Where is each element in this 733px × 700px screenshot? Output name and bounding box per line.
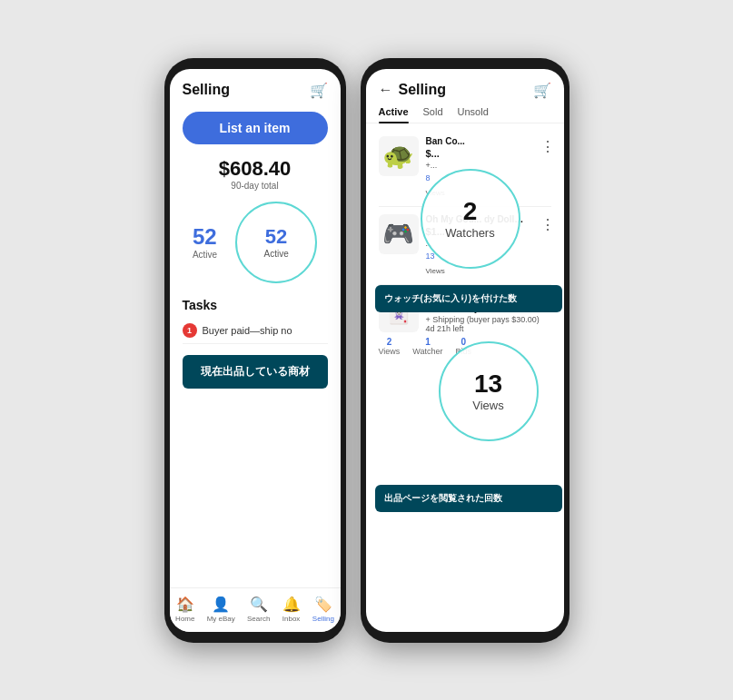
cart-icon-2[interactable]: 🛒 (533, 82, 551, 99)
selling-icon: 🏷️ (314, 596, 332, 613)
nav-myebay-label: My eBay (207, 615, 235, 623)
nav-selling[interactable]: 🏷️ Selling (312, 596, 334, 623)
task-text: Buyer paid—ship no (203, 325, 292, 336)
circle-label: Active (263, 249, 288, 259)
listing-meta-2: ... (426, 239, 551, 248)
watcher-col-3: 1 Watcher (412, 337, 442, 356)
earnings-section: $608.40 90-day total (170, 153, 341, 198)
watcher-lbl-3: Watcher (412, 347, 442, 356)
listing-name-2: Oh My God... dy Doll W/Box (426, 214, 526, 224)
phone2-screen: ← Selling 🛒 Active Sold Unsold 🐢 Ban Co.… (366, 69, 564, 632)
listing-item-3[interactable]: 🃏 Magic Knight Rayearth 1995 or $88.00 B… (366, 285, 564, 335)
listing-price-2: $1... (426, 226, 551, 237)
tabs-bar: Active Sold Unsold (366, 106, 564, 123)
listing-price-1: $... (426, 148, 551, 159)
annotation-box-1: 現在出品している商材 (183, 355, 328, 389)
listing-thumb-1: 🐢 (379, 136, 419, 176)
task-item[interactable]: 1 Buyer paid—ship no (183, 318, 328, 344)
views-label-1: Views (426, 189, 445, 197)
nav-search-label: Search (247, 615, 270, 623)
nav-inbox-label: Inbox (282, 615, 301, 623)
active-label: Active (193, 250, 217, 260)
listing-thumb-3: 🃏 (379, 292, 419, 332)
phone1-screen: Selling 🛒 List an item $608.40 90-day to… (170, 69, 341, 632)
nav-home-label: Home (175, 615, 194, 623)
search-icon: 🔍 (250, 596, 268, 613)
phone-left: Selling 🛒 List an item $608.40 90-day to… (164, 58, 346, 643)
watcher-num-3: 1 (425, 337, 431, 347)
phone1-header: Selling 🛒 (170, 69, 341, 106)
more-button-2[interactable]: ⋮ (540, 216, 555, 233)
views-num-2: 13 (426, 251, 445, 261)
phone1-title: Selling (183, 82, 230, 98)
home-icon: 🏠 (176, 596, 194, 613)
tab-sold[interactable]: Sold (423, 106, 443, 123)
phone2-screen-wrap: ← Selling 🛒 Active Sold Unsold 🐢 Ban Co.… (366, 69, 564, 632)
views-lbl-3: Views (379, 347, 401, 356)
views-col-3: 2 Views (379, 337, 401, 356)
scene: Selling 🛒 List an item $608.40 90-day to… (146, 40, 588, 661)
listing-item-1[interactable]: 🐢 Ban Co... $... +... 8 Views ⋮ (366, 129, 564, 206)
listing-details-2: Oh My God... dy Doll W/Box $1... ... 13 … (426, 214, 551, 277)
phone2-title: Selling (399, 82, 446, 98)
earnings-label: 90-day total (170, 181, 341, 191)
tab-unsold[interactable]: Unsold (458, 106, 489, 123)
listing-thumb-2: 🎮 (379, 214, 419, 254)
active-circle-badge: 52 Active (235, 202, 317, 283)
active-count: 52 (193, 224, 217, 250)
nav-home[interactable]: 🏠 Home (175, 596, 194, 623)
listing-name-1: Ban Co... (426, 136, 526, 146)
myebay-icon: 👤 (212, 596, 230, 613)
bottom-nav: 🏠 Home 👤 My eBay 🔍 Search 🔔 Inbox 🏷️ (170, 587, 341, 632)
bids-col-3: 0 Bids (456, 337, 472, 356)
stats-row: 52 Active 52 Active (170, 198, 341, 291)
tasks-title: Tasks (183, 298, 328, 312)
listing-3-stats: 2 Views 1 Watcher 0 Bids (366, 335, 564, 361)
listing-meta-1: +... (426, 161, 551, 170)
listing-stats-1: 8 Views (426, 173, 551, 199)
nav-inbox[interactable]: 🔔 Inbox (282, 596, 301, 623)
nav-search[interactable]: 🔍 Search (247, 596, 270, 623)
views-stat-1: 8 Views (426, 173, 445, 199)
phone-right: ← Selling 🛒 Active Sold Unsold 🐢 Ban Co.… (361, 58, 570, 643)
listing-name-3: Magic Knight Rayearth 1995 (426, 292, 526, 302)
listing-details-3: Magic Knight Rayearth 1995 or $88.00 Buy… (426, 292, 551, 333)
inbox-icon: 🔔 (282, 596, 301, 613)
tab-active[interactable]: Active (379, 106, 409, 123)
views-label-2: Views (426, 267, 445, 275)
task-number: 1 (183, 323, 197, 338)
earnings-amount: $608.40 (170, 157, 341, 181)
cart-icon[interactable]: 🛒 (310, 82, 328, 99)
tasks-section: Tasks 1 Buyer paid—ship no (170, 291, 341, 344)
listing-timeleft-3: 4d 21h left (426, 324, 551, 333)
listing-price-3: or $88.00 Buy It Now (426, 304, 551, 313)
active-stat: 52 Active (193, 224, 217, 260)
views-num-1: 8 (426, 173, 445, 182)
back-arrow-icon[interactable]: ← (379, 82, 393, 98)
phone2-header: ← Selling 🛒 (366, 69, 564, 106)
views-stat-2: 13 Views (426, 251, 445, 277)
list-item-button[interactable]: List an item (183, 112, 328, 144)
listing-stats-2: 13 Views (426, 251, 551, 277)
listing-details-1: Ban Co... $... +... 8 Views (426, 136, 551, 199)
more-button-1[interactable]: ⋮ (540, 138, 555, 155)
nav-myebay[interactable]: 👤 My eBay (207, 596, 235, 623)
circle-num: 52 (265, 225, 287, 249)
views-num-3: 2 (387, 337, 392, 347)
bids-num-3: 0 (461, 337, 467, 347)
listing-item-2[interactable]: 🎮 Oh My God... dy Doll W/Box $1... ... 1… (366, 207, 564, 284)
nav-selling-label: Selling (312, 615, 334, 623)
bids-lbl-3: Bids (456, 347, 472, 356)
listing-shipping-3: + Shipping (buyer pays $30.00) (426, 315, 551, 324)
